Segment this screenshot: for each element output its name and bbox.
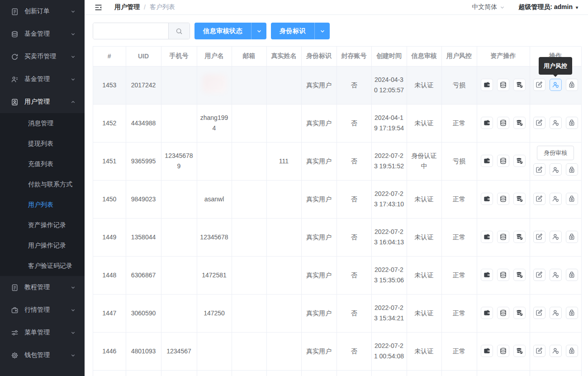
- lock-button[interactable]: [566, 79, 578, 91]
- sidebar-item-8[interactable]: 钱包管理: [0, 344, 85, 366]
- lock-button[interactable]: [566, 163, 578, 176]
- cell-identity: 真实用户: [301, 142, 337, 180]
- sidebar-subitem-4[interactable]: 用户列表: [0, 195, 85, 215]
- user-risk-button[interactable]: [550, 163, 562, 176]
- coins-button[interactable]: [497, 345, 509, 357]
- coins-off-button[interactable]: [513, 79, 526, 91]
- user-risk-button[interactable]: [550, 117, 562, 129]
- user-risk-button[interactable]: [550, 345, 562, 357]
- coins-off-button[interactable]: [513, 231, 526, 243]
- edit-button[interactable]: [533, 79, 545, 91]
- user-risk-button[interactable]: [550, 307, 562, 319]
- sidebar-subitem-7[interactable]: 客户验证码记录: [0, 256, 85, 276]
- sidebar-item-6[interactable]: 行情管理: [0, 299, 85, 321]
- topbar: 用户管理 / 客户列表 中文简体 超级管理员: admin ▾: [85, 0, 588, 15]
- chevron-down-icon: [71, 77, 76, 82]
- asset-buttons: [481, 311, 526, 318]
- sidebar-item-1[interactable]: 基金管理: [0, 23, 85, 45]
- sidebar-subitem-label: 用户操作记录: [28, 242, 66, 250]
- coins-button[interactable]: [497, 79, 509, 91]
- filter-dropdown-1[interactable]: 身份标识: [271, 23, 330, 39]
- edit-button[interactable]: [533, 117, 545, 129]
- user-risk-button[interactable]: [550, 269, 562, 281]
- wallet-button[interactable]: [481, 345, 493, 357]
- coins-button[interactable]: [497, 269, 509, 281]
- coins-button[interactable]: [497, 117, 509, 129]
- dropdown-caret-zone[interactable]: [315, 29, 330, 34]
- lock-button[interactable]: [566, 345, 578, 357]
- column-header-7: 封存账号: [337, 47, 371, 66]
- user-risk-button[interactable]: [550, 231, 562, 243]
- wallet-button[interactable]: [481, 79, 493, 91]
- breadcrumb-item-parent[interactable]: 用户管理: [114, 3, 140, 11]
- edit-button[interactable]: [533, 345, 545, 357]
- asset-buttons: [481, 197, 526, 204]
- search-input[interactable]: [93, 23, 168, 39]
- sidebar-subitem-5[interactable]: 资产操作记录: [0, 215, 85, 235]
- sliders-icon: [11, 329, 19, 337]
- edit-button[interactable]: [533, 307, 545, 319]
- coins-button[interactable]: [497, 193, 509, 205]
- lock-button[interactable]: [566, 269, 578, 281]
- identity-review-button[interactable]: 身份审核: [537, 146, 574, 160]
- sidebar-subitem-2[interactable]: 充值列表: [0, 154, 85, 174]
- asset-buttons: [481, 349, 526, 356]
- cell-realname: [266, 66, 301, 104]
- admin-menu[interactable]: 超级管理员: admin ▾: [518, 3, 578, 11]
- wallet-button[interactable]: [481, 155, 493, 167]
- cell-sealed: 否: [337, 142, 371, 180]
- wallet-button[interactable]: [481, 307, 493, 319]
- sidebar-subitem-0[interactable]: 消息管理: [0, 113, 85, 133]
- coins-off-icon: [516, 81, 523, 89]
- cell-empty: [161, 370, 197, 376]
- coins-off-button[interactable]: [513, 269, 526, 281]
- edit-button[interactable]: [533, 231, 545, 243]
- coins-off-button[interactable]: [513, 117, 526, 129]
- lock-button[interactable]: [566, 231, 578, 243]
- sidebar-item-5[interactable]: 教程管理: [0, 276, 85, 299]
- chevron-down-icon: [71, 353, 76, 358]
- lock-button[interactable]: [566, 307, 578, 319]
- dropdown-caret-zone[interactable]: [251, 29, 266, 34]
- sidebar-item-0[interactable]: 创新订单: [0, 0, 85, 23]
- lock-button[interactable]: [566, 193, 578, 205]
- sidebar-subitem-3[interactable]: 付款与联系方式: [0, 174, 85, 195]
- chevron-down-icon: [71, 308, 76, 313]
- chevron-down-icon: [71, 285, 76, 290]
- column-header-1: UID: [126, 47, 161, 66]
- edit-button[interactable]: [533, 269, 545, 281]
- sidebar-item-3[interactable]: 基金管理: [0, 68, 85, 90]
- edit-button[interactable]: [533, 193, 545, 205]
- coins-icon: [499, 81, 507, 89]
- wallet-button[interactable]: [481, 269, 493, 281]
- wallet-button[interactable]: [481, 193, 493, 205]
- user-risk-button[interactable]: 用户风控: [550, 79, 562, 91]
- search-button[interactable]: [168, 23, 190, 39]
- sidebar-subitem-6[interactable]: 用户操作记录: [0, 235, 85, 256]
- coins-off-button[interactable]: [513, 345, 526, 357]
- sidebar-item-7[interactable]: 菜单管理: [0, 321, 85, 344]
- sidebar-subitem-1[interactable]: 提现列表: [0, 133, 85, 154]
- coins-off-button[interactable]: [513, 307, 526, 319]
- coins-button[interactable]: [497, 155, 509, 167]
- coins-button[interactable]: [497, 307, 509, 319]
- sidebar-item-2[interactable]: 买卖币管理: [0, 45, 85, 68]
- cell-review: 未认证: [407, 332, 441, 370]
- coins-off-button[interactable]: [513, 155, 526, 167]
- wallet-button[interactable]: [481, 117, 493, 129]
- sidebar-subitem-label: 提现列表: [28, 140, 53, 148]
- wallet-button[interactable]: [481, 231, 493, 243]
- filter-dropdown-0[interactable]: 信息审核状态: [194, 23, 266, 39]
- edit-button[interactable]: [533, 163, 545, 176]
- language-selector[interactable]: 中文简体: [472, 3, 505, 11]
- cell-realname: [266, 218, 301, 256]
- table-row: 14473060590147250真实用户否2022-07-23 15:34:2…: [93, 294, 581, 332]
- sidebar-item-4[interactable]: 用户管理: [0, 90, 85, 113]
- coins-off-button[interactable]: [513, 193, 526, 205]
- menu-fold-icon[interactable]: [95, 4, 102, 11]
- user-risk-icon: [552, 119, 559, 126]
- user-risk-button[interactable]: [550, 193, 562, 205]
- coins-button[interactable]: [497, 231, 509, 243]
- sidebar-item-label: 买卖币管理: [24, 52, 56, 61]
- lock-button[interactable]: [566, 117, 578, 129]
